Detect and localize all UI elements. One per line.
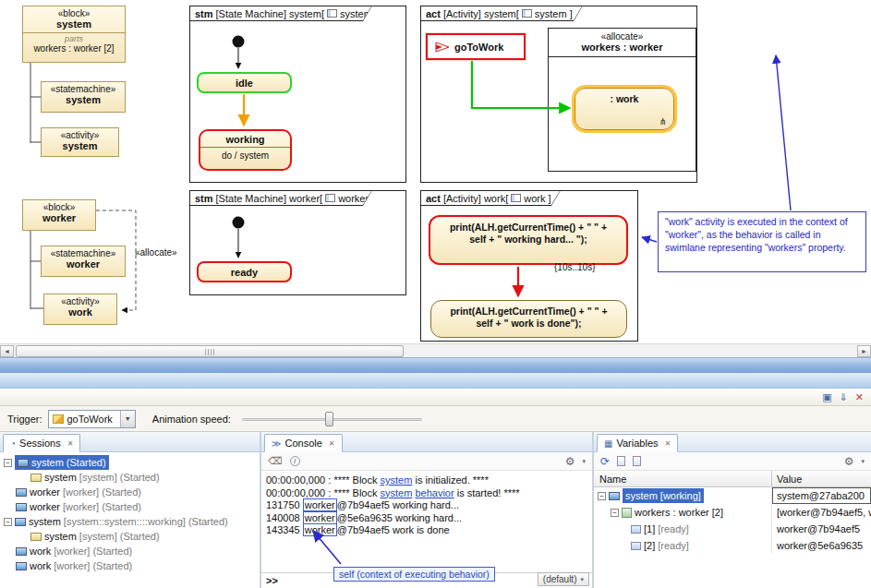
console-log[interactable]: 00:00:00,000 : **** Block system is init… (261, 471, 592, 572)
tab-variables[interactable]: ▦ Variables ✕ (597, 434, 678, 452)
stereotype: «activity» (42, 130, 118, 140)
state-ready[interactable]: ready (197, 261, 292, 282)
variable-value[interactable]: [worker@7b94aef5, w... (772, 504, 871, 521)
variable-value[interactable]: worker@5e6a9635 (772, 537, 871, 554)
action-work-call[interactable]: : work ⋔ (575, 88, 674, 130)
session-row[interactable]: system [system] (Started) (0, 529, 260, 544)
session-row[interactable]: − system (Started) (0, 455, 260, 470)
scrollbar-thumb[interactable] (16, 345, 404, 357)
variable-row[interactable]: − system [working] system@27aba200 (594, 487, 871, 504)
session-row[interactable]: worker [worker] (Started) (0, 485, 260, 499)
collapse-icon[interactable]: − (4, 518, 12, 526)
session-name: work (30, 560, 51, 571)
animation-speed-slider[interactable] (242, 411, 422, 427)
collapse-icon[interactable]: − (598, 492, 606, 500)
trigger-dropdown-button[interactable]: ▼ (120, 411, 135, 427)
frame-kind: act (426, 8, 441, 19)
action-print-working-hard[interactable]: print(ALH.getCurrentTime() + " " + self … (429, 215, 628, 265)
note-comment[interactable]: "work" activity is executed in the conte… (658, 211, 866, 272)
block-system[interactable]: «block» system parts workers : worker [2… (22, 6, 126, 63)
console-log-line: 00:00:00,000 : **** Block system behavio… (266, 487, 587, 500)
scroll-right-button[interactable]: ► (857, 345, 871, 357)
highlighted-token[interactable]: worker (303, 511, 337, 524)
close-icon[interactable]: ✕ (329, 439, 335, 448)
dock-splitter-band-bottom[interactable] (0, 373, 871, 389)
collapse-icon[interactable]: − (4, 459, 12, 467)
scope-value: (default) (543, 574, 577, 584)
action-label: : work (611, 93, 639, 104)
console-tabbar: ≫ Console ✕ (261, 432, 592, 452)
refresh-icon[interactable]: ⟳ (600, 455, 610, 468)
console-log-line: 140008 worker@5e6a9635 working hard... (266, 512, 587, 525)
console-scope-dropdown[interactable]: (default) ▾ (538, 572, 589, 586)
close-icon[interactable]: ✕ (67, 439, 74, 448)
sessions-tree: − system (Started) system [system] (Star… (0, 452, 260, 588)
session-icon (18, 459, 29, 467)
highlighted-token[interactable]: worker (303, 498, 337, 511)
log-link[interactable]: system (381, 474, 413, 486)
activity-work-box[interactable]: «activity» work (43, 294, 117, 325)
selected-variable: system [working] (623, 488, 704, 503)
rake-icon: ⋔ (659, 115, 667, 127)
clear-console-icon[interactable]: ⌫ (268, 455, 283, 467)
session-icon (16, 562, 27, 570)
diagram-icon (327, 9, 337, 18)
session-row[interactable]: work [worker] (Started) (0, 558, 260, 573)
variable-row[interactable]: [1] [ready] worker@7b94aef5 (594, 521, 871, 537)
close-panel-icon[interactable]: ✕ (855, 392, 864, 402)
variable-row[interactable]: [2] [ready] worker@5e6a9635 (594, 537, 871, 554)
session-row[interactable]: system [system] (Started) (0, 470, 260, 485)
collapse-icon[interactable]: − (611, 509, 619, 517)
highlighted-token[interactable]: worker (303, 523, 337, 536)
activity-system-box[interactable]: «activity» system (41, 127, 119, 157)
log-link[interactable]: behavior (415, 487, 454, 498)
trigger-combobox[interactable]: goToWork ▼ (48, 410, 136, 428)
frame-name: system ] (535, 8, 573, 19)
column-value[interactable]: Value (772, 474, 871, 485)
gear-icon[interactable]: ⚙ (844, 455, 854, 468)
state-working[interactable]: working do / system (199, 129, 292, 171)
statemachine-worker-box[interactable]: «statemachine» worker (41, 246, 126, 277)
allocate-label: «allocate» (135, 247, 177, 258)
info-icon[interactable]: i (290, 456, 300, 466)
gear-dropdown-icon[interactable]: ▾ (861, 458, 865, 465)
gear-icon[interactable]: ⚙ (565, 455, 575, 468)
import-icon[interactable] (633, 456, 641, 466)
session-row[interactable]: − system [system::system::::working] (St… (0, 514, 260, 529)
horizontal-scrollbar[interactable]: ◄ ► (0, 343, 871, 357)
column-name[interactable]: Name (594, 471, 772, 486)
close-icon[interactable]: ✕ (665, 439, 671, 448)
variable-row[interactable]: − workers : worker [2] [worker@7b94aef5,… (594, 504, 871, 521)
session-row[interactable]: worker [worker] (Started) (0, 499, 260, 514)
action-print-work-done[interactable]: print(ALH.getCurrentTime() + " " + self … (430, 300, 627, 338)
gear-dropdown-icon[interactable]: ▾ (582, 458, 586, 465)
dock-splitter-band-top[interactable] (0, 357, 871, 373)
bottom-panels: ◔ Sessions ✕ − system (Started) system [… (0, 432, 871, 588)
frame-name: work ] (524, 193, 550, 204)
tab-console[interactable]: ≫ Console ✕ (264, 434, 343, 452)
block-worker[interactable]: «block» worker (22, 199, 96, 231)
action-text-line1: print(ALH.getCurrentTime() + " " + (431, 306, 626, 318)
state-idle[interactable]: idle (197, 72, 292, 93)
variable-value[interactable]: system@27aba200 (772, 487, 871, 504)
scroll-left-button[interactable]: ◄ (0, 345, 14, 357)
tab-label: Console (284, 438, 321, 449)
accept-event-gotowork[interactable]: goToWork (426, 33, 526, 60)
variable-name: system (625, 490, 658, 501)
stereotype: «statemachine» (42, 248, 125, 258)
export-icon[interactable] (617, 456, 625, 466)
tab-label: Sessions (19, 438, 61, 449)
slider-thumb[interactable] (325, 412, 333, 426)
frame-name: worker ] (338, 193, 374, 204)
chevron-down-icon: ▾ (580, 576, 584, 583)
statemachine-system-box[interactable]: «statemachine» system (41, 81, 126, 113)
variable-value[interactable]: worker@7b94aef5 (772, 521, 871, 537)
session-icon (30, 474, 42, 482)
restore-window-icon[interactable]: ▣ (822, 392, 831, 402)
tab-sessions[interactable]: ◔ Sessions ✕ (3, 434, 80, 452)
pin-icon[interactable]: ⇓ (840, 392, 848, 402)
session-row[interactable]: work [worker] (Started) (0, 544, 260, 558)
frame-kind: act (426, 193, 441, 204)
console-toolbar: ⌫ i ⚙ ▾ (261, 452, 592, 471)
log-link[interactable]: system (381, 487, 413, 498)
